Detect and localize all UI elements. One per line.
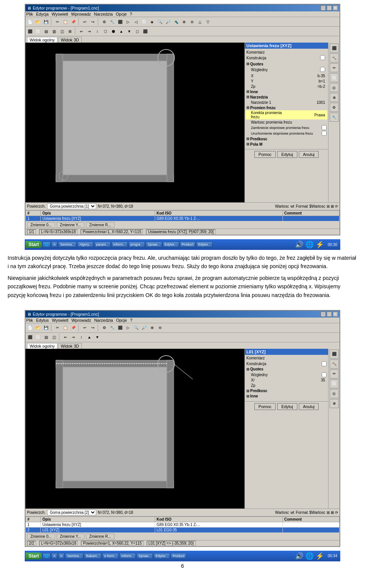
icon2-tool2[interactable]: 🔨 <box>330 359 339 369</box>
maximize-button[interactable]: □ <box>327 5 332 11</box>
cp-tab-zmienner[interactable]: Zmienne R... <box>86 222 114 228</box>
menu-wprowadz[interactable]: Wprowadz <box>71 12 91 16</box>
tb2-app-product[interactable]: Edytor... <box>154 553 170 559</box>
tb2-b2[interactable]: ⬜ <box>34 27 42 35</box>
t2-b8[interactable]: 🔍 <box>132 324 140 332</box>
tab2-widok-ogolny[interactable]: Widok ogolny <box>27 343 57 349</box>
tb2-app-eform[interactable]: Bakam... <box>84 553 102 559</box>
t2-open[interactable]: 📂 <box>34 324 42 332</box>
tab2-widok-3d[interactable]: Widok 3D <box>58 343 82 349</box>
menu2-plik[interactable]: Plik <box>26 318 33 323</box>
tb2-b6[interactable]: ⊞ <box>66 27 74 35</box>
toolbar-b6[interactable]: ⬜ <box>140 18 148 25</box>
toolbar-b7[interactable]: ◈ <box>148 18 156 25</box>
icon-tool3[interactable]: ✏ <box>330 63 339 72</box>
icon-tool5[interactable]: ◎ <box>330 83 339 92</box>
btn2-edytuj[interactable]: Edytuj <box>277 403 297 410</box>
minimize-button[interactable]: _ <box>321 5 326 11</box>
toolbar-redo[interactable]: ↪ <box>89 18 97 25</box>
tb2-b15[interactable]: ⬛ <box>141 27 149 35</box>
tb2-b12[interactable]: ▲ <box>117 27 125 35</box>
tb-app-a[interactable]: A <box>51 242 57 248</box>
tb2-b7[interactable]: ⇐ <box>78 27 85 35</box>
icon-tool4[interactable]: ⬜ <box>330 73 339 82</box>
icon-tool2[interactable]: 🔨 <box>330 53 339 62</box>
icon2-tool3[interactable]: ✏ <box>330 369 339 378</box>
menu-opcje[interactable]: Opcje <box>116 12 127 16</box>
tb-app-product[interactable]: Product <box>180 242 195 248</box>
toolbar-b8[interactable]: 🔍 <box>156 18 164 25</box>
t2-b2[interactable]: 📋 <box>62 324 69 332</box>
t2-b1[interactable]: ✂ <box>54 324 61 332</box>
tb2-b13[interactable]: ▼ <box>125 27 133 35</box>
t2-b6[interactable]: ⬛ <box>116 324 124 332</box>
menu2-opcje[interactable]: Opcje <box>116 318 127 323</box>
close-button2[interactable]: ✕ <box>333 311 338 317</box>
t2-new[interactable]: 📄 <box>26 324 34 332</box>
menu-wyswietl[interactable]: Wyswietl <box>52 12 68 16</box>
toolbar-b5[interactable]: ◁ <box>132 18 140 25</box>
konstrukcja-checkbox[interactable] <box>320 55 325 60</box>
toolbar-copy[interactable]: 📋 <box>62 18 69 25</box>
tab-widok-ogolny[interactable]: Widok ogolny <box>27 37 57 43</box>
cp-tab-zmienney[interactable]: Zmienne Y... <box>57 222 84 228</box>
icon-tool8[interactable]: 🔧 <box>330 113 339 122</box>
wzgledny-checkbox[interactable] <box>320 67 325 72</box>
menu-plik[interactable]: Plik <box>26 12 33 16</box>
t2r2-b6[interactable]: ⇒ <box>70 334 77 341</box>
t2r2-b1[interactable]: ⬛ <box>26 334 34 341</box>
tb2-b9[interactable]: ↕ <box>94 27 101 35</box>
tb-app-edytor2[interactable]: Edytor... <box>196 242 213 248</box>
menu-help[interactable]: ? <box>130 12 132 16</box>
menu2-wyswietl[interactable]: Wyswietl <box>52 318 68 323</box>
toolbar-b13[interactable]: △ <box>196 18 204 25</box>
maximize-button2[interactable]: □ <box>327 311 332 317</box>
tb2-b14[interactable]: ◻ <box>133 27 141 35</box>
tb2-b1[interactable]: ⬛ <box>26 27 34 35</box>
t2-redo[interactable]: ↪ <box>89 324 97 332</box>
toolbar-b4[interactable]: ▷ <box>124 18 132 25</box>
toolbar-b10[interactable]: 🔦 <box>172 18 180 25</box>
toolbar-b12[interactable]: ⊖ <box>188 18 196 25</box>
t2r2-b4[interactable]: ◫ <box>50 334 58 341</box>
start-button2[interactable]: Start <box>25 553 42 559</box>
tb-app-spraw[interactable]: Spraw... <box>146 242 162 248</box>
t2-b9[interactable]: 🔎 <box>140 324 148 332</box>
tb2-app-inform[interactable]: e-form... <box>102 553 119 559</box>
menu-narzedzia[interactable]: Narzedzia <box>94 12 113 16</box>
minimize-button2[interactable]: _ <box>321 311 326 317</box>
t2-b7[interactable]: ▷ <box>124 324 132 332</box>
toolbar-b2[interactable]: 🔧 <box>108 18 116 25</box>
icon2-tool1[interactable]: ⬛ <box>330 350 339 359</box>
icon2-tool4[interactable]: ⬜ <box>330 379 339 388</box>
btn-pomoc[interactable]: Pomoc <box>254 151 276 158</box>
tb2-app-spraw[interactable]: Inform... <box>119 553 136 559</box>
toolbar-b11[interactable]: ⊕ <box>180 18 188 25</box>
rp2-wzgledny-checkbox[interactable] <box>322 372 327 377</box>
icon2-tool5[interactable]: ◎ <box>330 389 339 398</box>
toolbar-b9[interactable]: 🔎 <box>164 18 172 25</box>
menu2-narzedzia[interactable]: Narzedzia <box>94 318 113 323</box>
t2-b11[interactable]: ⊖ <box>156 324 164 332</box>
rp2-konstrukcja-checkbox[interactable] <box>322 361 327 366</box>
menu-edycja[interactable]: Edycja <box>36 12 49 16</box>
tb-app-progra[interactable]: progra... <box>129 242 145 248</box>
t2-save[interactable]: 💾 <box>42 324 50 332</box>
t2r2-b5[interactable]: ⇐ <box>62 334 69 341</box>
t2r2-b7[interactable]: ↕ <box>78 334 85 341</box>
cp-tab-zmienne0[interactable]: Zmienne 0... <box>27 222 55 228</box>
tb-app-edytor1[interactable]: Edytor... <box>163 242 179 248</box>
tb2-app-edytor2[interactable]: Product <box>171 553 186 559</box>
tb-app-icon[interactable]: 🌐 <box>43 242 51 248</box>
t2-b10[interactable]: ⊕ <box>148 324 156 332</box>
toolbar-undo[interactable]: ↩ <box>81 18 89 25</box>
tb2-app-edytor1[interactable]: Spraw... <box>136 553 153 559</box>
t2-b3[interactable]: 📌 <box>70 324 77 332</box>
cp-dropdown1[interactable]: Gorna powierzchnia [1] <box>47 203 96 209</box>
tb2-b10[interactable]: ⬡ <box>102 27 109 35</box>
t2-b5[interactable]: 🔧 <box>108 324 116 332</box>
tb-app-algory[interactable]: Algory... <box>77 242 93 248</box>
toolbar-open[interactable]: 📂 <box>34 18 42 25</box>
icon2-tool6[interactable]: ⊕ <box>330 399 339 408</box>
zamkniecie-checkbox[interactable] <box>322 125 327 130</box>
